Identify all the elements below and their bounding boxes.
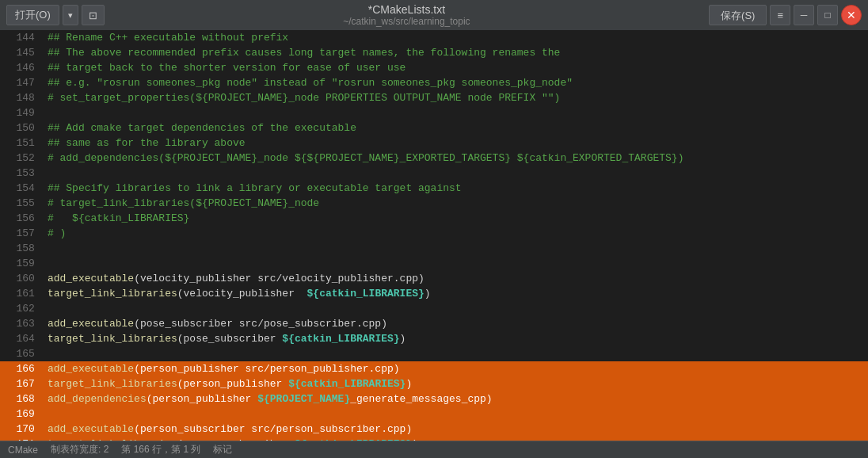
line-number: 149 [0,105,44,120]
line-code: target_link_libraries(pose_subscriber ${… [44,331,868,346]
line-number: 160 [0,271,44,286]
table-row: 156# ${catkin_LIBRARIES} [0,211,868,226]
pin-icon: ⊡ [89,10,97,21]
line-number: 145 [0,45,44,60]
line-code [44,346,868,361]
close-icon: ✕ [847,9,856,21]
line-number: 161 [0,286,44,301]
table-row: 151## same as for the library above [0,135,868,151]
table-row: 165 [0,346,868,361]
line-code: # ${catkin_LIBRARIES} [44,211,868,226]
line-number: 171 [0,437,44,441]
table-row: 157# ) [0,226,868,241]
code-area[interactable]: 144## Rename C++ executable without pref… [0,30,868,441]
line-code: ## target back to the shorter version fo… [44,60,868,75]
line-code: # add_dependencies(${PROJECT_NAME}_node … [44,151,868,166]
table-row: 167target_link_libraries(person_publishe… [0,376,868,391]
titlebar-left: 打开(O) ▾ ⊡ [6,5,105,25]
table-row: 145## The above recommended prefix cause… [0,45,868,60]
file-title: *CMakeLists.txt [105,3,709,16]
line-number: 150 [0,120,44,135]
table-row: 144## Rename C++ executable without pref… [0,30,868,45]
pin-button[interactable]: ⊡ [82,5,105,25]
line-code [44,301,868,316]
table-row: 150## Add cmake target dependencies of t… [0,120,868,135]
line-code: ## same as for the library above [44,135,868,151]
titlebar-right: 保存(S) ≡ ─ □ ✕ [709,5,862,25]
line-code: # ) [44,226,868,241]
table-row: 152# add_dependencies(${PROJECT_NAME}_no… [0,151,868,166]
table-row: 146## target back to the shorter version… [0,60,868,75]
line-number: 159 [0,256,44,271]
editor-content: 144## Rename C++ executable without pref… [0,30,868,441]
editor-wrapper: 144## Rename C++ executable without pref… [0,30,868,441]
line-number: 147 [0,75,44,90]
table-row: 170add_executable(person_subscriber src/… [0,422,868,437]
line-code: target_link_libraries(person_subscriber … [44,437,868,441]
titlebar-center: *CMakeLists.txt ~/catkin_ws/src/learning… [105,3,709,27]
status-encoding: 制表符宽度: 2 [51,443,108,456]
line-code: target_link_libraries(velocity_publisher… [44,286,868,301]
line-code: ## Rename C++ executable without prefix [44,30,868,45]
status-extra: 标记 [213,443,232,456]
titlebar: 打开(O) ▾ ⊡ *CMakeLists.txt ~/catkin_ws/sr… [0,0,868,30]
table-row: 148# set_target_properties(${PROJECT_NAM… [0,90,868,105]
maximize-button[interactable]: □ [817,5,838,25]
line-number: 153 [0,166,44,181]
line-code: # target_link_libraries(${PROJECT_NAME}_… [44,196,868,211]
line-number: 151 [0,135,44,151]
line-number: 163 [0,316,44,331]
minimize-button[interactable]: ─ [794,5,814,25]
table-row: 161target_link_libraries(velocity_publis… [0,286,868,301]
line-number: 167 [0,376,44,391]
line-code: ## e.g. "rosrun someones_pkg node" inste… [44,75,868,90]
line-code: ## The above recommended prefix causes l… [44,45,868,60]
line-code: add_executable(person_subscriber src/per… [44,422,868,437]
open-dropdown-button[interactable]: ▾ [63,5,78,25]
line-number: 148 [0,90,44,105]
table-row: 158 [0,241,868,256]
line-number: 146 [0,60,44,75]
line-code: target_link_libraries(person_publisher $… [44,376,868,391]
line-number: 170 [0,422,44,437]
status-position: 第 166 行，第 1 列 [121,443,200,456]
line-number: 155 [0,196,44,211]
minimize-icon: ─ [801,10,808,21]
line-number: 168 [0,391,44,406]
table-row: 155# target_link_libraries(${PROJECT_NAM… [0,196,868,211]
close-button[interactable]: ✕ [841,5,862,25]
line-code: add_executable(person_publisher src/pers… [44,361,868,376]
line-code [44,241,868,256]
table-row: 147## e.g. "rosrun someones_pkg node" in… [0,75,868,90]
line-number: 164 [0,331,44,346]
line-code [44,406,868,422]
line-number: 162 [0,301,44,316]
line-number: 156 [0,211,44,226]
line-number: 169 [0,406,44,422]
table-row: 153 [0,166,868,181]
table-row: 160add_executable(velocity_publisher src… [0,271,868,286]
maximize-icon: □ [824,10,830,21]
menu-button[interactable]: ≡ [770,5,790,25]
code-table: 144## Rename C++ executable without pref… [0,30,868,441]
table-row: 149 [0,105,868,120]
status-filetype: CMake [8,445,38,456]
line-number: 152 [0,151,44,166]
table-row: 168add_dependencies(person_publisher ${P… [0,391,868,406]
table-row: 169 [0,406,868,422]
line-number: 157 [0,226,44,241]
line-code: # set_target_properties(${PROJECT_NAME}_… [44,90,868,105]
line-number: 158 [0,241,44,256]
table-row: 163add_executable(pose_subscriber src/po… [0,316,868,331]
table-row: 166add_executable(person_publisher src/p… [0,361,868,376]
file-path: ~/catkin_ws/src/learning_topic [105,16,709,27]
line-code [44,256,868,271]
table-row: 154## Specify libraries to link a librar… [0,181,868,196]
line-code [44,166,868,181]
line-code: ## Add cmake target dependencies of the … [44,120,868,135]
line-code: ## Specify libraries to link a library o… [44,181,868,196]
statusbar: CMake 制表符宽度: 2 第 166 行，第 1 列 标记 [0,441,868,458]
open-button[interactable]: 打开(O) [6,5,59,25]
line-code: add_executable(velocity_publisher src/ve… [44,271,868,286]
save-button[interactable]: 保存(S) [709,5,767,25]
